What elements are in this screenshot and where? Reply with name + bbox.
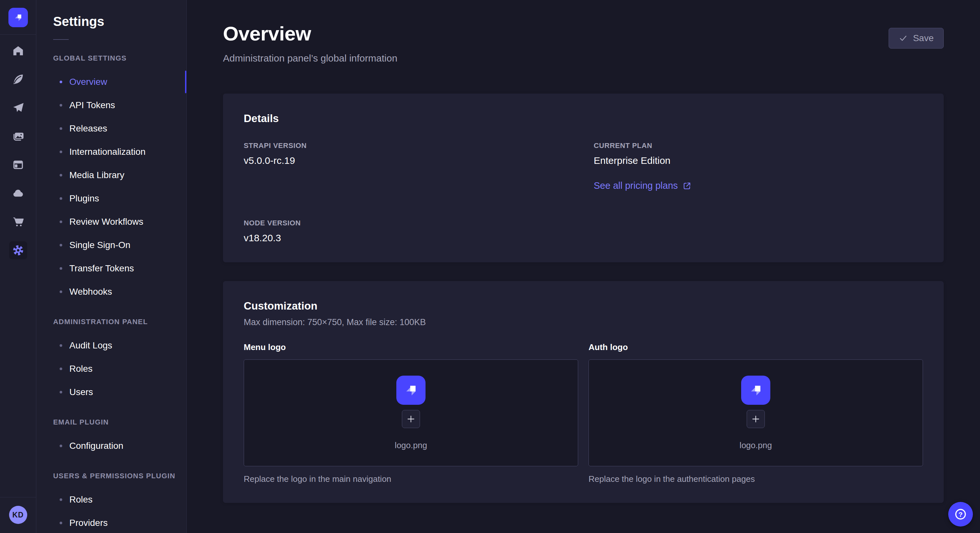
sidebar-item-media-library[interactable]: Media Library — [36, 163, 186, 187]
question-mark-icon: ? — [953, 507, 968, 521]
bullet-icon — [60, 127, 62, 130]
node-version-label: NODE VERSION — [244, 219, 573, 227]
sidebar-item-webhooks[interactable]: Webhooks — [36, 280, 186, 303]
section-title-administration-panel: ADMINISTRATION PANEL — [53, 318, 186, 326]
layout-icon — [12, 159, 25, 171]
rail-item-marketplace[interactable] — [9, 213, 27, 231]
external-link-icon — [682, 181, 692, 190]
rail-item-home[interactable] — [9, 42, 27, 60]
save-button-label: Save — [913, 33, 934, 43]
rail-item-content[interactable] — [9, 70, 27, 89]
sidebar-item-label: Transfer Tokens — [69, 263, 134, 274]
current-plan-field: CURRENT PLAN Enterprise Edition See all … — [594, 141, 923, 191]
details-grid-spacer — [594, 219, 923, 244]
sidebar-item-plugins[interactable]: Plugins — [36, 187, 186, 210]
page-title: Overview — [223, 22, 397, 45]
menu-logo-upload-box[interactable]: logo.png — [244, 359, 578, 466]
settings-sidebar-title: Settings — [53, 14, 186, 29]
sidebar-item-label: Configuration — [69, 441, 124, 451]
check-icon — [899, 34, 908, 43]
sidebar-item-label: Webhooks — [69, 287, 112, 297]
current-plan-value: Enterprise Edition — [594, 155, 923, 166]
nav-section-email-plugin: EMAIL PLUGIN Configuration — [36, 418, 186, 458]
rail-item-deploy[interactable] — [9, 184, 27, 202]
plus-icon — [406, 414, 417, 425]
rail-footer: KD — [0, 497, 36, 533]
menu-logo-filename: logo.png — [395, 440, 427, 451]
rail-item-settings[interactable] — [9, 241, 27, 259]
sidebar-item-overview[interactable]: Overview — [36, 70, 186, 94]
logo-upload-columns: Menu logo — [244, 342, 923, 484]
sidebar-item-review-workflows[interactable]: Review Workflows — [36, 210, 186, 233]
settings-sidebar: Settings GLOBAL SETTINGS Overview API To… — [36, 0, 187, 533]
pricing-plans-link[interactable]: See all pricing plans — [594, 180, 692, 191]
sidebar-item-admin-roles[interactable]: Roles — [36, 357, 186, 381]
nav-section-users-permissions-plugin: USERS & PERMISSIONS PLUGIN Roles Provide… — [36, 472, 186, 533]
nav-section-administration-panel: ADMINISTRATION PANEL Audit Logs Roles Us… — [36, 318, 186, 404]
paper-plane-icon — [12, 102, 25, 114]
pricing-plans-link-label: See all pricing plans — [594, 180, 678, 191]
workspace-rail: KD — [0, 0, 36, 533]
bullet-icon — [60, 522, 62, 524]
sidebar-item-label: Roles — [69, 364, 93, 374]
save-button[interactable]: Save — [889, 28, 944, 49]
customization-card: Customization Max dimension: 750×750, Ma… — [223, 281, 944, 503]
sidebar-item-label: API Tokens — [69, 100, 115, 110]
current-plan-label: CURRENT PLAN — [594, 141, 923, 150]
page-subtitle: Administration panel’s global informatio… — [223, 53, 397, 64]
bullet-icon — [60, 391, 62, 393]
strapi-workspace-logo[interactable] — [8, 8, 28, 27]
sidebar-item-admin-users[interactable]: Users — [36, 381, 186, 404]
auth-logo-add-button[interactable] — [747, 410, 765, 428]
section-title-users-permissions-plugin: USERS & PERMISSIONS PLUGIN — [53, 472, 186, 480]
node-version-field: NODE VERSION v18.20.3 — [244, 219, 573, 244]
auth-logo-helper: Replace the logo in the authentication p… — [589, 474, 923, 484]
sidebar-item-internationalization[interactable]: Internationalization — [36, 140, 186, 163]
main-content: Overview Administration panel’s global i… — [187, 0, 980, 533]
images-icon — [12, 130, 25, 143]
sidebar-item-up-roles[interactable]: Roles — [36, 488, 186, 511]
sidebar-item-api-tokens[interactable]: API Tokens — [36, 94, 186, 117]
sidebar-item-email-configuration[interactable]: Configuration — [36, 434, 186, 458]
sidebar-item-single-sign-on[interactable]: Single Sign-On — [36, 233, 186, 257]
strapi-version-label: STRAPI VERSION — [244, 141, 573, 150]
strapi-logo-icon — [400, 379, 422, 401]
avatar[interactable]: KD — [9, 506, 27, 524]
bullet-icon — [60, 444, 62, 447]
home-icon — [12, 44, 25, 57]
sidebar-title-divider — [53, 39, 69, 40]
strapi-version-value: v5.0.0-rc.19 — [244, 155, 573, 166]
sidebar-item-up-providers[interactable]: Providers — [36, 511, 186, 533]
svg-text:?: ? — [959, 511, 963, 518]
rail-item-content-type-builder[interactable] — [9, 156, 27, 174]
sidebar-item-releases[interactable]: Releases — [36, 117, 186, 140]
bullet-icon — [60, 220, 62, 223]
customization-card-title: Customization — [244, 300, 923, 312]
bullet-icon — [60, 498, 62, 501]
node-version-value: v18.20.3 — [244, 233, 573, 244]
sidebar-item-transfer-tokens[interactable]: Transfer Tokens — [36, 257, 186, 280]
sidebar-item-label: Audit Logs — [69, 340, 112, 351]
help-button[interactable]: ? — [948, 502, 973, 527]
bullet-icon — [60, 244, 62, 246]
menu-logo-label: Menu logo — [244, 342, 578, 352]
rail-item-releases[interactable] — [9, 99, 27, 117]
bullet-icon — [60, 81, 62, 83]
rail-item-media-library[interactable] — [9, 127, 27, 145]
section-title-email-plugin: EMAIL PLUGIN — [53, 418, 186, 427]
strapi-logo-icon — [11, 10, 25, 25]
app-shell: KD Settings GLOBAL SETTINGS Overview API… — [0, 0, 980, 533]
details-grid: STRAPI VERSION v5.0.0-rc.19 CURRENT PLAN… — [244, 141, 923, 244]
sidebar-item-label: Media Library — [69, 170, 124, 180]
sidebar-item-label: Roles — [69, 495, 93, 505]
auth-logo-preview — [741, 376, 770, 405]
customization-card-subtitle: Max dimension: 750×750, Max file size: 1… — [244, 317, 923, 327]
bullet-icon — [60, 174, 62, 176]
strapi-version-field: STRAPI VERSION v5.0.0-rc.19 — [244, 141, 573, 191]
bullet-icon — [60, 290, 62, 293]
menu-logo-add-button[interactable] — [402, 410, 420, 428]
sidebar-item-label: Users — [69, 387, 93, 397]
auth-logo-upload-box[interactable]: logo.png — [589, 359, 923, 466]
sidebar-item-audit-logs[interactable]: Audit Logs — [36, 334, 186, 357]
auth-logo-filename: logo.png — [740, 440, 772, 451]
